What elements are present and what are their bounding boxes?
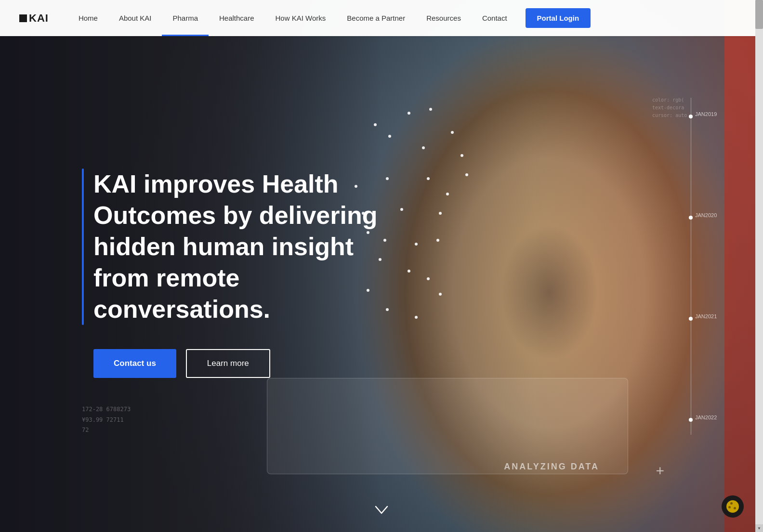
nav-home[interactable]: Home xyxy=(68,0,108,36)
scrollbar-down-button[interactable]: ▼ xyxy=(755,524,763,532)
hero-accent-bar xyxy=(82,169,84,325)
hero-tagline: KAI improves Health Outcomes by deliveri… xyxy=(82,169,763,325)
nav-contact[interactable]: Contact xyxy=(472,0,518,36)
nav-resources[interactable]: Resources xyxy=(416,0,472,36)
scrollbar-track: ▲ ▼ xyxy=(755,0,763,532)
cookie-icon xyxy=(726,500,739,513)
logo[interactable]: KAI xyxy=(19,12,49,25)
scrollbar-thumb[interactable] xyxy=(755,0,763,29)
plus-icon: + xyxy=(656,463,664,479)
scroll-down-indicator[interactable] xyxy=(374,504,389,518)
nav-links: Home About KAI Pharma Healthcare How KAI… xyxy=(68,0,744,36)
logo-box xyxy=(19,14,27,22)
contact-us-button[interactable]: Contact us xyxy=(93,349,176,378)
portal-login-button[interactable]: Portal Login xyxy=(526,8,591,28)
nav-how-kai-works[interactable]: How KAI Works xyxy=(265,0,337,36)
navbar: KAI Home About KAI Pharma Healthcare How… xyxy=(0,0,763,36)
logo-text: KAI xyxy=(29,12,49,25)
cookie-spot-3 xyxy=(734,507,736,509)
analyzing-data-text: ANALYZING DATA xyxy=(504,462,599,472)
cookie-spot-2 xyxy=(728,506,731,508)
nav-healthcare[interactable]: Healthcare xyxy=(209,0,265,36)
hero-content: KAI improves Health Outcomes by deliveri… xyxy=(0,0,763,532)
cookie-settings-button[interactable] xyxy=(722,495,744,518)
learn-more-button[interactable]: Learn more xyxy=(186,349,270,378)
hero-section: color: rgb( text-decora cursor: auto 172… xyxy=(0,0,763,532)
nav-about-kai[interactable]: About KAI xyxy=(108,0,162,36)
hero-title: KAI improves Health Outcomes by deliveri… xyxy=(93,169,407,325)
hero-buttons: Contact us Learn more xyxy=(93,349,763,378)
nav-become-partner[interactable]: Become a Partner xyxy=(336,0,416,36)
nav-pharma[interactable]: Pharma xyxy=(162,0,209,36)
cookie-spot-1 xyxy=(730,502,733,505)
